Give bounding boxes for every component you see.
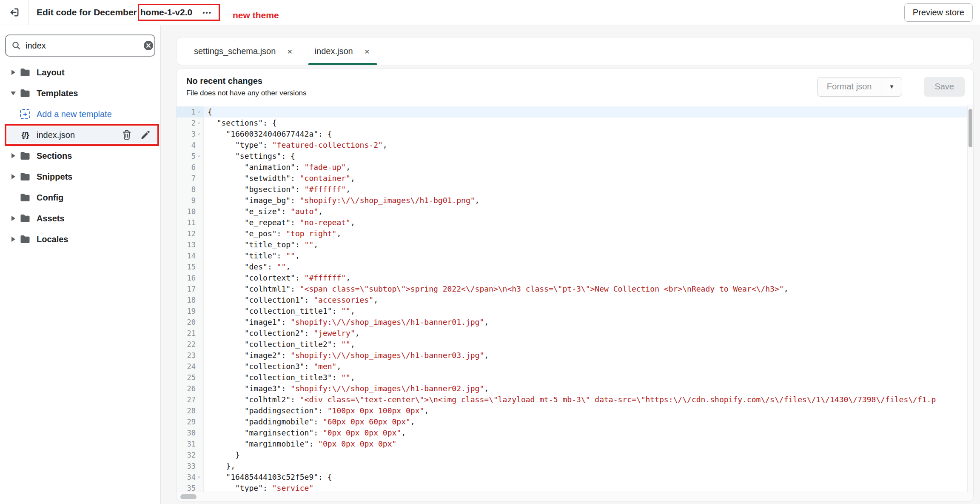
code-text[interactable]: "colhtml2": "<div class=\"text-center\">… [204,394,967,405]
code-line-19[interactable]: 19 "collection_title1": "", [177,306,967,317]
code-line-4[interactable]: 4 "type": "featured-collections-2", [177,140,967,151]
code-text[interactable]: "e_repeat": "no-repeat", [204,217,967,228]
code-text[interactable]: { [204,106,967,117]
code-text[interactable]: "bgsection": "#ffffff", [204,184,967,195]
sidebar-item-locales[interactable]: Locales [7,231,157,248]
code-line-25[interactable]: 25 "collection_title3": "", [177,372,967,383]
sidebar-item-add-template[interactable]: +Add a new template [7,106,157,123]
code-line-35[interactable]: 35 "type": "service" [177,483,967,492]
code-text[interactable]: "type": "service" [204,483,967,492]
code-text[interactable]: "colortext": "#ffffff", [204,272,967,284]
clear-search-button[interactable] [143,40,154,51]
code-text[interactable]: }, [204,461,967,472]
code-line-7[interactable]: 7 "setwidth": "container", [177,173,967,184]
code-text[interactable]: } [204,450,967,461]
vertical-scrollbar[interactable] [967,105,973,492]
code-line-18[interactable]: 18 "collection1": "accessories", [177,295,967,306]
more-menu-button[interactable]: ••• [202,8,213,17]
code-text[interactable]: "des": "", [204,261,967,272]
code-lines[interactable]: 1˅{2˅ "sections": {3˅ "16600324040677442… [177,105,967,492]
trash-button[interactable] [122,130,131,140]
code-line-10[interactable]: 10 "e_size": "auto", [177,206,967,217]
code-text[interactable]: "image2": "shopify:\/\/shop_images\/h1-b… [204,350,967,361]
code-line-34[interactable]: 34˅ "16485444103c52f5e9": { [177,472,967,483]
horizontal-scrollbar-thumb[interactable] [180,494,197,499]
fold-toggle-icon[interactable]: ˅ [196,120,202,126]
horizontal-scrollbar[interactable] [177,492,973,501]
code-line-8[interactable]: 8 "bgsection": "#ffffff", [177,184,967,195]
caret-right-icon[interactable] [9,70,17,75]
code-line-21[interactable]: 21 "collection2": "jewelry", [177,328,967,339]
preview-store-button[interactable]: Preview store [904,3,973,22]
caret-right-icon[interactable] [9,216,17,221]
code-text[interactable]: "settings": { [204,151,967,162]
code-line-3[interactable]: 3˅ "16600324040677442a": { [177,129,967,140]
code-line-23[interactable]: 23 "image2": "shopify:\/\/shop_images\/h… [177,350,967,361]
code-line-20[interactable]: 20 "image1": "shopify:\/\/shop_images\/h… [177,317,967,328]
exit-editor-button[interactable] [0,0,29,25]
code-line-22[interactable]: 22 "collection_title2": "", [177,339,967,350]
code-line-29[interactable]: 29 "paddingmobile": "60px 0px 60px 0px", [177,416,967,427]
code-text[interactable]: "collection_title2": "", [204,339,967,350]
code-text[interactable]: "paddingmobile": "60px 0px 60px 0px", [204,416,967,427]
code-text[interactable]: "image1": "shopify:\/\/shop_images\/h1-b… [204,317,967,328]
sidebar-item-layout[interactable]: Layout [7,64,157,81]
sidebar-item-sections[interactable]: Sections [7,147,157,164]
code-line-5[interactable]: 5˅ "settings": { [177,151,967,162]
fold-toggle-icon[interactable]: ˅ [196,153,202,160]
vertical-scrollbar-thumb[interactable] [969,109,972,147]
code-line-24[interactable]: 24 "collection3": "men", [177,361,967,372]
code-line-9[interactable]: 9 "image_bg": "shopify:\/\/shop_images\/… [177,195,967,206]
code-line-30[interactable]: 30 "marginsection": "0px 0px 0px 0px", [177,427,967,438]
code-line-28[interactable]: 28 "paddingsection": "100px 0px 100px 0p… [177,405,967,416]
code-line-14[interactable]: 14 "title": "", [177,250,967,261]
code-text[interactable]: "16600324040677442a": { [204,129,967,140]
search-input[interactable] [26,41,138,51]
code-line-12[interactable]: 12 "e_pos": "top right", [177,228,967,239]
code-text[interactable]: "16485444103c52f5e9": { [204,472,967,483]
format-json-button[interactable]: Format json [818,77,881,96]
tab-close-icon[interactable]: × [364,47,370,56]
code-text[interactable]: "collection3": "men", [204,361,967,372]
code-line-2[interactable]: 2˅ "sections": { [177,117,967,129]
code-text[interactable]: "collection_title1": "", [204,306,967,317]
caret-right-icon[interactable] [9,174,17,179]
code-text[interactable]: "collection_title3": "", [204,372,967,383]
tab-index-json[interactable]: index.json× [304,37,381,65]
fold-toggle-icon[interactable]: ˅ [196,131,202,137]
fold-toggle-icon[interactable]: ˅ [196,109,202,115]
code-text[interactable]: "paddingsection": "100px 0px 100px 0px", [204,405,967,416]
code-line-33[interactable]: 33 }, [177,461,967,472]
code-text[interactable]: "sections": { [204,117,967,129]
code-line-15[interactable]: 15 "des": "", [177,261,967,272]
sidebar-item-snippets[interactable]: Snippets [7,168,157,185]
code-text[interactable]: "e_pos": "top right", [204,228,967,239]
code-line-31[interactable]: 31 "marginmobile": "0px 0px 0px 0px" [177,438,967,450]
code-text[interactable]: "setwidth": "container", [204,173,967,184]
code-text[interactable]: "collection2": "jewelry", [204,328,967,339]
sidebar-item-templates[interactable]: Templates [7,85,157,102]
code-text[interactable]: "title": "", [204,250,967,261]
code-text[interactable]: "collection1": "accessories", [204,295,967,306]
caret-down-icon[interactable] [9,92,17,95]
code-line-6[interactable]: 6 "animation": "fade-up", [177,162,967,173]
pencil-button[interactable] [140,130,151,140]
code-text[interactable]: "image_bg": "shopify:\/\/shop_images\/h1… [204,195,967,206]
tab-settings-schema-json[interactable]: settings_schema.json× [183,37,304,65]
caret-right-icon[interactable] [9,237,17,242]
code-text[interactable]: "type": "featured-collections-2", [204,140,967,151]
fold-toggle-icon[interactable]: ˅ [196,474,202,481]
sidebar-item-config[interactable]: Config [7,189,157,206]
code-line-27[interactable]: 27 "colhtml2": "<div class=\"text-center… [177,394,967,405]
code-line-17[interactable]: 17 "colhtml1": "<span class=\"subtop\">s… [177,284,967,295]
code-text[interactable]: "animation": "fade-up", [204,162,967,173]
code-line-32[interactable]: 32 } [177,450,967,461]
code-text[interactable]: "e_size": "auto", [204,206,967,217]
format-json-caret-button[interactable]: ▼ [881,77,902,96]
code-text[interactable]: "marginsection": "0px 0px 0px 0px", [204,427,967,438]
code-text[interactable]: "title_top": "", [204,239,967,250]
tab-close-icon[interactable]: × [286,47,293,56]
caret-right-icon[interactable] [9,153,17,158]
code-text[interactable]: "image3": "shopify:\/\/shop_images\/h1-b… [204,383,967,394]
code-line-16[interactable]: 16 "colortext": "#ffffff", [177,272,967,284]
